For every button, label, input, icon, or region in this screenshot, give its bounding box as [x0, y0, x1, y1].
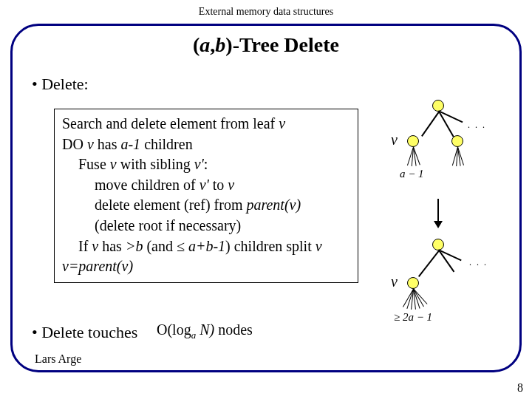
t: children	[140, 136, 193, 152]
t: Fuse	[78, 156, 110, 172]
t: has	[94, 136, 121, 152]
t: >b	[126, 238, 143, 254]
t: v	[279, 115, 285, 132]
dots: · · ·	[469, 259, 488, 270]
running-header: External memory data structures	[0, 0, 532, 18]
dots: · · ·	[468, 122, 486, 133]
t: delete element (ref) from	[95, 197, 246, 213]
diagram-before: · · · v a − 1	[381, 100, 521, 188]
algo-line-6: (delete root if necessary)	[62, 216, 350, 236]
algo-line-1: Search and delete element from leaf v	[62, 115, 285, 132]
t: O(log	[157, 321, 191, 338]
t: DO	[62, 136, 87, 152]
node-v-fused	[407, 277, 419, 289]
bullet-delete: • Delete:	[32, 75, 89, 94]
label-v: v	[391, 132, 398, 149]
arrow-down-icon	[437, 199, 439, 227]
t: move children of	[95, 177, 200, 193]
t: with sibling	[117, 156, 194, 172]
algo-line-5: delete element (ref) from parent(v)	[62, 195, 350, 216]
slide-frame: (a,b)-Tree Delete • Delete: Search and d…	[10, 24, 522, 372]
t: v'	[200, 177, 209, 193]
t: a-1	[120, 136, 140, 152]
t: v	[228, 177, 234, 193]
edge	[421, 112, 440, 137]
footer-author: Lars Arge	[35, 352, 81, 366]
t: has	[98, 238, 126, 254]
t: If	[78, 238, 92, 254]
edge	[418, 250, 440, 277]
label-a-minus-1: a − 1	[400, 168, 424, 180]
algo-line-2: DO v has a-1 children	[62, 136, 193, 152]
algo-line-7: If v has >b (and ≤ a+b-1) children split…	[62, 236, 350, 257]
slide-title: (a,b)-Tree Delete	[13, 33, 519, 57]
footer-page-number: 8	[517, 381, 523, 395]
title-b: b	[215, 33, 225, 56]
title-suffix: )-Tree Delete	[225, 33, 339, 56]
t: v	[110, 156, 117, 172]
t: Search and delete element from leaf	[62, 115, 279, 132]
algo-line-3: Fuse v with sibling v':	[62, 154, 350, 175]
title-a: a	[200, 33, 210, 56]
label-v: v	[391, 273, 398, 290]
diagram-after: · · · v ≥ 2a − 1	[381, 239, 521, 335]
t: to	[209, 177, 228, 193]
t: v	[87, 136, 94, 152]
t: ≤ a+b-1	[177, 238, 225, 254]
t: ) children split	[225, 238, 316, 254]
algo-line-4: move children of v' to v	[62, 175, 350, 196]
t: (and	[143, 238, 177, 254]
algorithm-box: Search and delete element from leaf v DO…	[54, 109, 358, 283]
math-complexity: O(loga N) nodes	[157, 321, 253, 341]
t: v	[316, 238, 322, 254]
title-lparen: (	[193, 33, 200, 56]
label-ge-2a-minus-1: ≥ 2a − 1	[394, 311, 432, 324]
t: • Delete touches	[32, 323, 137, 341]
t: N)	[196, 321, 214, 338]
algo-line-8: v=parent(v)	[62, 258, 133, 274]
node-sibling	[451, 135, 463, 147]
t: nodes	[214, 321, 253, 338]
node-v	[407, 135, 419, 147]
t: v	[92, 238, 98, 254]
t: v'	[194, 156, 204, 172]
bullet-touches: • Delete touches	[32, 323, 137, 342]
t: :	[204, 156, 208, 172]
t: parent(v)	[246, 197, 301, 213]
